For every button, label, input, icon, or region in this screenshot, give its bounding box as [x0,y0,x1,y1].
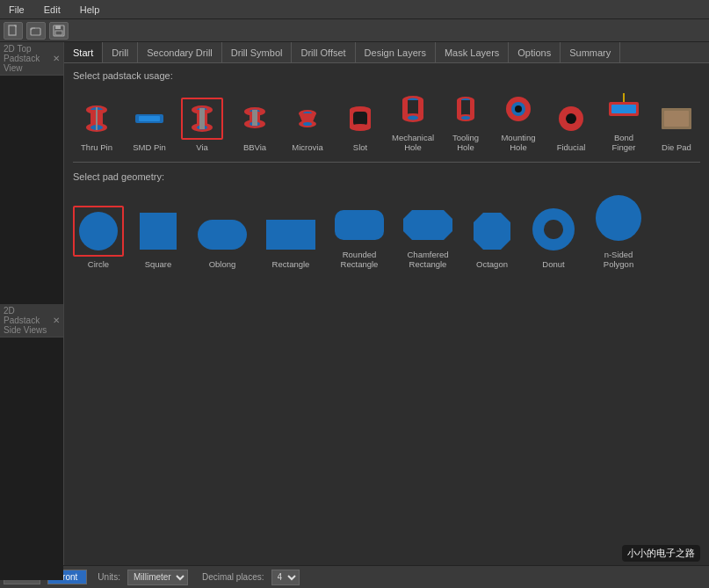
geo-donut-label: Donut [542,259,564,269]
pad-smd-pin-label: SMD Pin [133,142,165,152]
open-button[interactable] [26,22,46,40]
pad-slot-label: Slot [353,142,367,152]
tab-start[interactable]: Start [64,42,103,62]
geo-circle[interactable]: Circle [73,206,124,269]
decimal-places-label: Decimal places: [202,572,264,582]
geo-octagon-label: Octagon [476,259,508,269]
top-padstack-view: 2D Top Padstack View ✕ [0,42,63,304]
geo-n-sided-polygon[interactable]: n-SidedPolygon [590,189,648,270]
pad-mechanical-hole[interactable]: MechanicalHole [389,88,437,153]
units-select[interactable]: Millimeter Inch Mil [127,570,188,585]
tab-drill[interactable]: Drill [103,42,138,62]
svg-point-32 [350,124,371,131]
svg-rect-59 [335,210,384,240]
svg-rect-56 [140,213,177,250]
geo-rectangle[interactable]: Rectangle [261,213,321,269]
svg-point-44 [461,116,470,120]
pad-fiducial[interactable]: Fiducial [547,98,595,152]
svg-point-47 [515,105,522,113]
pad-thru-pin-label: Thru Pin [81,142,112,152]
save-button[interactable] [49,22,69,40]
tab-options[interactable]: Options [509,42,561,62]
svg-rect-12 [139,116,160,121]
tab-design-layers[interactable]: Design Layers [356,42,436,62]
tab-mask-layers[interactable]: Mask Layers [436,42,509,62]
status-bar: Side Front Units: Millimeter Inch Mil De… [0,565,709,588]
tab-bar: Start Drill Secondary Drill Drill Symbol… [64,42,709,63]
side-padstack-canvas [0,338,63,581]
close-icon-2[interactable]: ✕ [53,316,60,325]
geo-n-sided-polygon-label: n-SidedPolygon [604,250,633,270]
pad-tooling-hole-label: ToolingHole [452,133,479,153]
pad-microvia[interactable]: Microvia [284,98,331,152]
pad-bond-finger[interactable]: BondFinger [600,88,648,153]
close-icon[interactable]: ✕ [53,54,60,63]
decimal-places-select[interactable]: 2 3 4 5 [271,570,300,585]
pad-die-pad-label: Die Pad [662,142,691,152]
svg-point-28 [303,122,312,126]
svg-rect-51 [611,105,636,113]
svg-rect-58 [266,220,315,250]
left-panel: 2D Top Padstack View ✕ 2D Padstack Side … [0,42,64,565]
menu-edit[interactable]: Edit [40,3,64,17]
geo-donut[interactable]: Donut [526,202,581,269]
svg-point-64 [596,195,641,241]
svg-rect-1 [31,28,40,35]
tab-drill-symbol[interactable]: Drill Symbol [222,42,293,62]
pad-mounting-hole-label: MountingHole [501,133,535,153]
top-padstack-title: 2D Top Padstack View ✕ [0,42,63,76]
svg-point-49 [566,113,576,124]
geo-oblong[interactable]: Oblong [192,213,252,269]
menu-file[interactable]: File [5,3,28,17]
pad-mounting-hole[interactable]: MountingHole [495,88,542,153]
geometry-row: Circle Square [73,189,700,270]
svg-marker-60 [403,210,452,240]
geo-octagon[interactable]: Octagon [467,206,517,269]
svg-point-55 [79,212,118,250]
top-padstack-label: 2D Top Padstack View [4,44,53,73]
toolbar [0,19,709,42]
svg-rect-0 [9,25,16,35]
svg-rect-31 [353,112,367,126]
pad-via-label: Via [196,142,208,152]
tab-summary[interactable]: Summary [561,42,620,62]
menu-help[interactable]: Help [76,3,104,17]
padstack-usage-label: Select padstack usage: [73,70,700,81]
geo-chamfered-rectangle-label: ChamferedRectangle [408,250,449,270]
section-divider [73,162,700,163]
main-layout: 2D Top Padstack View ✕ 2D Padstack Side … [0,42,709,565]
svg-rect-3 [55,25,61,29]
padstack-usage-row: Thru Pin SMD Pin [73,88,700,153]
pad-bbvia[interactable]: BBVia [231,98,279,152]
pad-smd-pin[interactable]: SMD Pin [126,98,173,152]
side-padstack-label: 2D Padstack Side Views [4,306,53,335]
svg-rect-18 [199,108,205,129]
tab-drill-offset[interactable]: Drill Offset [292,42,355,62]
right-content: Start Drill Secondary Drill Drill Symbol… [64,42,709,565]
geo-rounded-rectangle-label: RoundedRectangle [341,250,379,270]
svg-marker-61 [474,213,510,250]
svg-rect-54 [664,111,689,127]
geo-chamfered-rectangle[interactable]: ChamferedRectangle [398,203,458,270]
pad-thru-pin[interactable]: Thru Pin [73,98,120,152]
svg-rect-4 [55,31,62,35]
pad-mechanical-hole-label: MechanicalHole [392,133,434,153]
pad-via[interactable]: Via [178,98,226,152]
svg-point-63 [544,220,563,239]
units-label: Units: [98,572,120,582]
menu-bar: File Edit Help [0,0,709,19]
side-padstack-title: 2D Padstack Side Views ✕ [0,304,63,338]
pad-slot[interactable]: Slot [336,98,384,152]
geo-circle-label: Circle [88,259,109,269]
side-padstack-view: 2D Padstack Side Views ✕ [0,304,63,566]
geo-rectangle-label: Rectangle [272,259,310,269]
pad-die-pad[interactable]: Die Pad [653,98,700,152]
tab-secondary-drill[interactable]: Secondary Drill [138,42,222,62]
new-button[interactable] [4,22,23,40]
pad-tooling-hole[interactable]: ToolingHole [442,88,489,153]
svg-rect-24 [252,110,257,126]
svg-point-38 [408,116,418,120]
content-area: Select padstack usage: [64,63,709,565]
geo-rounded-rectangle[interactable]: RoundedRectangle [329,203,389,270]
geo-square[interactable]: Square [133,206,184,269]
